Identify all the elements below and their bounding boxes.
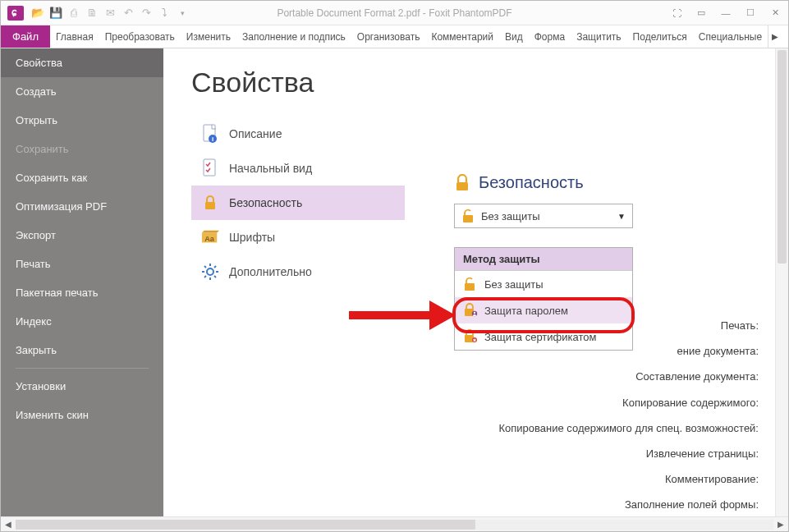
dropdown-option-none[interactable]: Без защиты: [455, 271, 632, 297]
save-icon[interactable]: 💾: [48, 6, 63, 21]
sidebar-item-index[interactable]: Индекс: [1, 307, 163, 336]
checklist-icon: [201, 159, 219, 177]
perm-assemble: Составление документа:: [498, 364, 759, 389]
prop-cat-label: Начальный вид: [229, 162, 312, 175]
tab-fillsign[interactable]: Заполнение и подпись: [236, 25, 351, 48]
sidebar-item-close[interactable]: Закрыть: [1, 336, 163, 365]
undo-doc-icon[interactable]: 🗎: [85, 6, 99, 21]
perm-copyacc: Копирование содержимого для спец. возмож…: [498, 415, 759, 441]
chevron-down-icon: ▼: [617, 212, 626, 221]
sidebar-item-optimize[interactable]: Оптимизация PDF: [1, 192, 163, 221]
horizontal-scrollbar[interactable]: ◀ ▶: [1, 516, 788, 531]
prop-cat-label: Дополнительно: [229, 265, 312, 278]
svg-rect-21: [465, 335, 474, 342]
tab-view[interactable]: Вид: [499, 25, 529, 48]
sidebar-item-batchprint[interactable]: Пакетная печать: [1, 278, 163, 307]
svg-point-6: [207, 268, 213, 275]
sidebar-item-open[interactable]: Открыть: [1, 106, 163, 135]
print-icon[interactable]: ⎙: [67, 6, 81, 21]
tab-special[interactable]: Специальные: [693, 25, 768, 48]
qat-more-icon[interactable]: ▾: [175, 6, 190, 21]
unlock-icon: [463, 277, 478, 291]
tab-share[interactable]: Поделиться: [627, 25, 693, 48]
tab-home[interactable]: Главная: [50, 25, 99, 48]
security-panel: Безопасность Без защиты ▼: [454, 173, 717, 228]
lock-icon: [201, 194, 219, 212]
sidebar-item-preferences[interactable]: Установки: [1, 372, 163, 401]
svg-line-13: [214, 266, 216, 268]
svg-line-11: [204, 266, 206, 268]
sidebar-item-create[interactable]: Создать: [1, 77, 163, 106]
svg-rect-16: [463, 215, 473, 222]
svg-point-20: [474, 312, 475, 314]
vertical-scrollbar-thumb[interactable]: [778, 50, 787, 264]
scroll-right-icon[interactable]: ▶: [773, 520, 788, 529]
file-tab[interactable]: Файл: [1, 25, 50, 48]
page-info-icon: i: [201, 125, 219, 143]
unlock-icon: [461, 209, 475, 223]
sidebar-item-save: Сохранить: [1, 135, 163, 163]
protection-method-combo[interactable]: Без защиты ▼: [454, 204, 633, 228]
redo-icon[interactable]: ↷: [139, 6, 154, 21]
tab-edit[interactable]: Изменить: [181, 25, 236, 48]
horizontal-scrollbar-track[interactable]: [16, 520, 773, 530]
gear-icon: [201, 263, 219, 281]
sidebar-item-print[interactable]: Печать: [1, 250, 163, 278]
lock-user-icon: [463, 303, 478, 318]
vertical-scrollbar[interactable]: [775, 48, 788, 516]
dropdown-option-label: Без защиты: [484, 278, 544, 291]
svg-text:i: i: [212, 135, 213, 143]
dropdown-option-label: Защита сертификатом: [484, 331, 596, 343]
sidebar-item-export[interactable]: Экспорт: [1, 221, 163, 250]
prop-cat-fonts[interactable]: Aa Шрифты: [191, 220, 405, 255]
prop-cat-label: Безопасность: [229, 196, 302, 209]
sidebar-item-saveas[interactable]: Сохранить как: [1, 163, 163, 192]
undo-icon[interactable]: ↶: [121, 6, 135, 21]
quick-access-toolbar: 📂 💾 ⎙ 🗎 ✉ ↶ ↷ ⤵ ▾: [30, 6, 190, 21]
perm-comment: Комментирование:: [498, 466, 759, 492]
scroll-left-icon[interactable]: ◀: [1, 520, 16, 529]
dropdown-option-label: Защита паролем: [484, 305, 568, 317]
perm-formfill: Заполнение полей формы:: [498, 492, 759, 517]
security-heading-text: Безопасность: [479, 173, 584, 192]
svg-text:Aa: Aa: [204, 235, 215, 243]
tab-protect[interactable]: Защитить: [571, 25, 626, 48]
svg-rect-4: [205, 202, 215, 209]
tab-organize[interactable]: Организовать: [351, 25, 426, 48]
tab-comment[interactable]: Комментарий: [425, 25, 499, 48]
perm-copy: Копирование содержимого:: [498, 390, 759, 415]
lock-icon: [454, 174, 470, 192]
lock-cert-icon: [463, 329, 478, 344]
prop-cat-advanced[interactable]: Дополнительно: [191, 255, 405, 289]
prop-cat-security[interactable]: Безопасность: [191, 186, 405, 220]
tab-convert[interactable]: Преобразовать: [99, 25, 181, 48]
close-button[interactable]: ✕: [765, 5, 785, 21]
dropdown-option-password[interactable]: Защита паролем: [455, 297, 632, 323]
minimize-button[interactable]: —: [716, 5, 736, 21]
email-icon[interactable]: ✉: [103, 6, 117, 21]
dropdown-header: Метод защиты: [455, 248, 632, 271]
horizontal-scrollbar-thumb[interactable]: [16, 520, 475, 530]
dropdown-option-certificate[interactable]: Защита сертификатом: [455, 323, 632, 350]
properties-category-list: i Описание Начальный вид Безопасность Aa: [191, 117, 405, 289]
fullscreen-icon[interactable]: ⛶: [667, 5, 686, 21]
maximize-button[interactable]: ☐: [741, 5, 760, 21]
svg-rect-17: [465, 283, 475, 291]
prop-cat-initialview[interactable]: Начальный вид: [191, 151, 405, 186]
app-logo-icon: [7, 6, 24, 21]
ribbon-toggle-icon[interactable]: ▭: [691, 5, 711, 21]
open-icon[interactable]: 📂: [30, 6, 45, 21]
svg-line-12: [214, 276, 216, 277]
sidebar-item-skin[interactable]: Изменить скин: [1, 401, 163, 429]
title-bar: 📂 💾 ⎙ 🗎 ✉ ↶ ↷ ⤵ ▾ Portable Document Form…: [1, 1, 788, 25]
protection-method-dropdown: Метод защиты Без защиты Защита паролем З…: [454, 247, 633, 351]
sidebar-separator: [16, 368, 149, 369]
tab-form[interactable]: Форма: [529, 25, 571, 48]
prop-cat-description[interactable]: i Описание: [191, 117, 405, 151]
combo-value: Без защиты: [481, 210, 540, 222]
dropdown-icon[interactable]: ⤵: [157, 6, 172, 21]
page-title: Свойства: [191, 66, 788, 99]
sidebar-item-properties[interactable]: Свойства: [1, 48, 163, 77]
tabs-overflow-icon[interactable]: ▶: [768, 25, 781, 48]
svg-line-14: [204, 276, 206, 277]
